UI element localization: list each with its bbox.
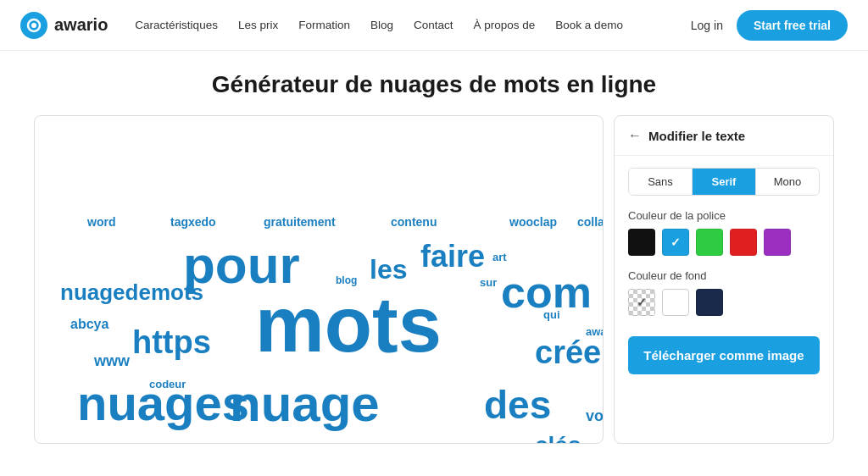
bg-white[interactable] xyxy=(662,289,689,316)
word-wooclap: wooclap xyxy=(509,216,557,228)
word-nuage: nuage xyxy=(230,379,380,429)
word-gratuitement: gratuitement xyxy=(264,216,336,228)
panel-header: ← Modifier le texte xyxy=(615,116,833,156)
bg-color-swatches xyxy=(628,289,820,316)
svg-point-1 xyxy=(31,23,36,28)
font-type-row: Sans Serif Mono xyxy=(628,168,820,196)
nav-links: Caractéristiques Les prix Formation Blog… xyxy=(135,19,690,31)
nav-formation[interactable]: Formation xyxy=(298,19,350,31)
word-art: art xyxy=(492,252,507,263)
word-https: https xyxy=(132,326,211,358)
color-green[interactable] xyxy=(696,229,723,256)
word-créer: créer xyxy=(535,336,604,368)
panel-body: Sans Serif Mono Couleur de la police Cou… xyxy=(615,156,833,443)
bg-darkblue[interactable] xyxy=(696,289,723,316)
word-faire: faire xyxy=(420,241,485,272)
nav-caracteristiques[interactable]: Caractéristiques xyxy=(135,19,218,31)
back-arrow-icon[interactable]: ← xyxy=(628,128,642,143)
word-collaboratif: collaboratif xyxy=(577,216,604,228)
nav-apropos[interactable]: À propos de xyxy=(474,19,536,31)
nav-prix[interactable]: Les prix xyxy=(238,19,278,31)
nav-blog[interactable]: Blog xyxy=(370,19,393,31)
page-title: Générateur de nuages de mots en ligne xyxy=(34,71,834,98)
word-vous: vous xyxy=(586,408,604,423)
nav-actions: Log in Start free trial xyxy=(691,10,848,41)
word-tagxedo: tagxedo xyxy=(170,216,216,228)
word-clés: clés xyxy=(535,434,581,444)
word-word: word xyxy=(87,216,115,228)
sidebar-panel: ← Modifier le texte Sans Serif Mono Coul… xyxy=(614,115,834,444)
word-des: des xyxy=(484,385,551,424)
word-cloud: motspournuagesnuagenuagesdemotsnuagedemo… xyxy=(35,116,603,443)
word-nuagedemots: nuagedemots xyxy=(60,281,203,303)
logo-area: awario xyxy=(20,12,108,39)
trial-button[interactable]: Start free trial xyxy=(737,10,848,41)
color-red[interactable] xyxy=(730,229,757,256)
word-awario: awario xyxy=(586,326,604,337)
font-sans-button[interactable]: Sans xyxy=(629,169,693,195)
font-serif-button[interactable]: Serif xyxy=(693,169,756,195)
color-black[interactable] xyxy=(628,229,655,256)
font-mono-button[interactable]: Mono xyxy=(756,169,819,195)
nav-contact[interactable]: Contact xyxy=(414,19,453,31)
word-contenu: contenu xyxy=(391,216,437,228)
word-cloud-container: motspournuagesnuagenuagesdemotsnuagedemo… xyxy=(34,115,604,444)
bg-color-label: Couleur de fond xyxy=(628,269,820,282)
logo-icon xyxy=(20,12,47,39)
word-mots: mots xyxy=(255,285,442,363)
word-codeur: codeur xyxy=(149,379,186,390)
color-purple[interactable] xyxy=(764,229,791,256)
panel-title: Modifier le texte xyxy=(648,129,745,143)
word-sur: sur xyxy=(480,277,497,288)
word-abcya: abcya xyxy=(70,318,108,331)
word-qui: qui xyxy=(543,309,560,320)
login-button[interactable]: Log in xyxy=(691,19,723,32)
font-color-swatches xyxy=(628,229,820,256)
download-button[interactable]: Télécharger comme image xyxy=(628,336,820,374)
word-votre: votre xyxy=(577,442,604,444)
navbar: awario Caractéristiques Les prix Formati… xyxy=(0,0,868,51)
word-les: les xyxy=(370,256,407,283)
bg-transparent[interactable] xyxy=(628,289,655,316)
nav-book-demo[interactable]: Book a demo xyxy=(555,19,623,31)
word-blog: blog xyxy=(336,275,357,285)
content-area: motspournuagesnuagenuagesdemotsnuagedemo… xyxy=(34,115,834,444)
color-blue[interactable] xyxy=(662,229,689,256)
main-content: Générateur de nuages de mots en ligne mo… xyxy=(0,51,868,457)
word-www: www xyxy=(94,353,130,368)
logo-text: awario xyxy=(54,15,108,35)
font-color-label: Couleur de la police xyxy=(628,209,820,222)
